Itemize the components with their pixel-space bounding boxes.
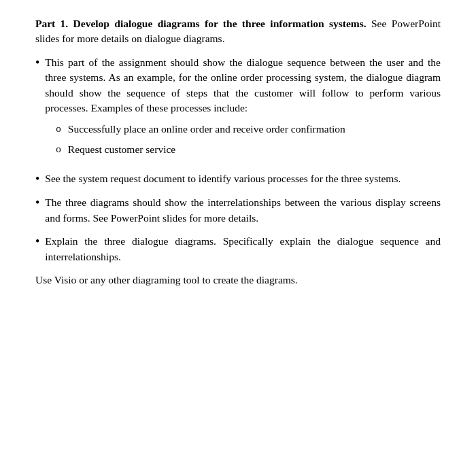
bullet-icon: •	[35, 55, 39, 71]
list-item: • See the system request document to ide…	[35, 171, 441, 187]
sub-bullet-list: o Successfully place an online order and…	[56, 122, 441, 158]
footer-paragraph: Use Visio or any other diagraming tool t…	[35, 273, 441, 288]
sub-list-item: o Successfully place an online order and…	[56, 122, 441, 137]
part-heading: Part 1. Develop dialogue diagrams for th…	[35, 16, 441, 47]
sub-list-item: o Request customer service	[56, 142, 441, 157]
list-item: • The three diagrams should show the int…	[35, 195, 441, 226]
list-item-content: Explain the three dialogue diagrams. Spe…	[45, 234, 441, 264]
main-bullet-list: • This part of the assignment should sho…	[35, 55, 441, 264]
list-item: • This part of the assignment should sho…	[35, 55, 441, 163]
list-item-text: See the system request document to ident…	[45, 173, 401, 184]
list-item-content: See the system request document to ident…	[45, 171, 441, 186]
heading-bold: Part 1. Develop dialogue diagrams for th…	[35, 18, 367, 29]
list-item-content: The three diagrams should show the inter…	[45, 195, 441, 226]
sub-list-item-text: Request customer service	[68, 142, 441, 157]
list-item-text: The three diagrams should show the inter…	[45, 196, 441, 223]
sub-bullet-icon: o	[56, 122, 61, 137]
sub-list-item-text: Successfully place an online order and r…	[68, 122, 441, 137]
list-item-text: Explain the three dialogue diagrams. Spe…	[45, 235, 441, 262]
bullet-icon: •	[35, 234, 39, 249]
list-item: • Explain the three dialogue diagrams. S…	[35, 234, 441, 264]
list-item-text: This part of the assignment should show …	[45, 56, 441, 114]
sub-bullet-icon: o	[56, 142, 61, 157]
footer-text: Use Visio or any other diagraming tool t…	[35, 274, 298, 286]
list-item-content: This part of the assignment should show …	[45, 55, 441, 163]
bullet-icon: •	[35, 171, 39, 187]
bullet-icon: •	[35, 195, 39, 211]
